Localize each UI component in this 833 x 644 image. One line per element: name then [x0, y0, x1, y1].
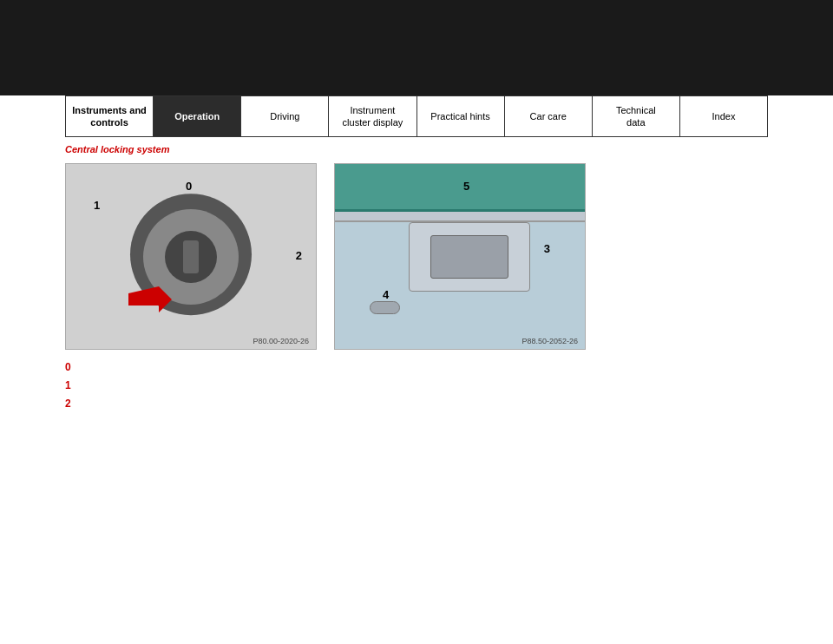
page: Instruments and controls Operation Drivi… — [0, 95, 833, 644]
diagram-label-4: 4 — [383, 288, 389, 301]
red-arrow-icon — [128, 286, 176, 312]
nav-item-instruments[interactable]: Instruments and controls — [66, 96, 154, 136]
door-handle — [370, 301, 400, 314]
navigation-bar: Instruments and controls Operation Drivi… — [65, 95, 768, 137]
diagram-label-5: 5 — [463, 180, 469, 193]
legend-number-1: 1 — [65, 378, 81, 393]
legend-item-2: 2 — [65, 397, 768, 411]
car-body-top — [335, 164, 585, 212]
diagram-label-1: 1 — [94, 199, 100, 212]
panel-inner — [430, 235, 508, 279]
nav-item-index[interactable]: Index — [680, 96, 767, 136]
nav-item-operation[interactable]: Operation — [154, 96, 241, 136]
diagram-label-2: 2 — [296, 249, 302, 262]
legend-item-0: 0 — [65, 360, 768, 375]
nav-item-practical[interactable]: Practical hints — [417, 96, 505, 136]
images-row: 0 1 2 P80.00-2020-26 — [65, 163, 768, 350]
content-area: Central locking system 0 1 2 P80.00-2020… — [65, 144, 768, 411]
legend-number-0: 0 — [65, 360, 81, 375]
ignition-center — [183, 240, 199, 273]
section-title: Central locking system — [65, 144, 768, 154]
car-body-strip — [335, 212, 585, 222]
diagram-left: 0 1 2 P80.00-2020-26 — [65, 163, 317, 350]
diagram-label-3: 3 — [544, 242, 550, 255]
nav-item-driving[interactable]: Driving — [241, 96, 329, 136]
svg-marker-0 — [128, 286, 172, 312]
left-image-code: P80.00-2020-26 — [253, 337, 309, 345]
legend: 0 1 2 — [65, 360, 768, 411]
legend-item-1: 1 — [65, 378, 768, 393]
nav-item-instrument-cluster[interactable]: Instrumentcluster display — [329, 96, 416, 136]
nav-item-technical[interactable]: Technicaldata — [593, 96, 680, 136]
diagram-right: 5 3 4 P88.50-2052-26 — [334, 163, 586, 350]
legend-number-2: 2 — [65, 397, 81, 411]
diagram-label-0: 0 — [186, 180, 192, 193]
right-image-code: P88.50-2052-26 — [521, 337, 578, 345]
nav-item-car-care[interactable]: Car care — [505, 96, 593, 136]
car-exterior-panel — [409, 222, 530, 292]
